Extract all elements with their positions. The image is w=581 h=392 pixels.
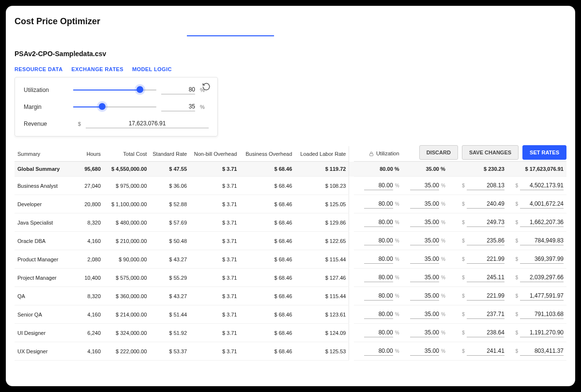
billing-rate-input[interactable] xyxy=(467,291,505,301)
cell-business-overhead: $ 68.46 xyxy=(240,287,295,305)
cell-hours: 6,240 xyxy=(75,324,104,342)
utilization-input[interactable] xyxy=(364,199,393,209)
revenue-input[interactable] xyxy=(520,347,564,356)
cell-hours: 8,320 xyxy=(75,213,104,232)
margin-row: Margin % xyxy=(24,102,209,111)
utilization-input[interactable] xyxy=(364,328,393,337)
cell-total-cost: $ 480,000.00 xyxy=(104,213,150,232)
billing-rate-input[interactable] xyxy=(467,310,505,319)
utilization-input[interactable] xyxy=(364,218,393,227)
revenue-input[interactable] xyxy=(520,236,564,245)
cell-margin: 35.00 % xyxy=(402,162,448,177)
utilization-input[interactable] xyxy=(364,291,393,301)
margin-input[interactable] xyxy=(410,310,439,319)
utilization-input[interactable] xyxy=(364,255,393,264)
cell-total-cost: $ 90,000.00 xyxy=(104,250,150,269)
billing-rate-input[interactable] xyxy=(467,347,505,356)
cell-total-cost: $ 360,000.00 xyxy=(104,287,150,305)
cell-business-overhead: $ 68.46 xyxy=(240,305,295,324)
revenue-input[interactable] xyxy=(520,328,564,337)
table-row: UI Designer6,240$ 324,000.00$ 51.92$ 3.7… xyxy=(15,324,566,342)
utilization-input[interactable] xyxy=(161,85,195,94)
link-model-logic[interactable]: MODEL LOGIC xyxy=(132,66,172,72)
cell-standard-rate: $ 55.29 xyxy=(150,269,190,287)
th-utilization: Utilization xyxy=(354,146,402,162)
billing-rate-input[interactable] xyxy=(467,236,505,245)
utilization-label: Utilization xyxy=(24,87,68,93)
reset-icon[interactable] xyxy=(202,82,212,92)
margin-input[interactable] xyxy=(410,255,439,264)
utilization-slider[interactable] xyxy=(73,87,156,93)
margin-input[interactable] xyxy=(410,291,439,301)
utilization-input[interactable] xyxy=(364,310,393,319)
cell-loaded-labor-rate: $ 123.61 xyxy=(295,305,349,324)
set-rates-button[interactable]: SET RATES xyxy=(522,145,566,160)
currency-prefix: $ xyxy=(73,121,81,127)
revenue-input[interactable] xyxy=(520,181,564,190)
billing-rate-input[interactable] xyxy=(467,328,505,337)
billing-rate-input[interactable] xyxy=(467,181,505,190)
table-row: Project Manager10,400$ 575,000.00$ 55.29… xyxy=(15,269,566,287)
billing-rate-input[interactable] xyxy=(467,199,505,209)
utilization-input[interactable] xyxy=(364,347,393,356)
cell-non-bill-overhead: $ 3.71 xyxy=(190,287,240,305)
cell-business-overhead: $ 68.46 xyxy=(240,232,295,250)
cell-loaded-labor-rate: $ 127.46 xyxy=(295,269,349,287)
cell-standard-rate: $ 57.69 xyxy=(150,213,190,232)
margin-input[interactable] xyxy=(410,199,439,209)
cell-standard-rate: $ 36.06 xyxy=(150,177,190,195)
margin-input[interactable] xyxy=(410,273,439,282)
col-separator xyxy=(349,146,354,162)
utilization-input[interactable] xyxy=(364,236,393,245)
cell-loaded-labor-rate: $ 122.65 xyxy=(295,232,349,250)
cell-standard-rate: $ 51.92 xyxy=(150,324,190,342)
revenue-input[interactable] xyxy=(520,291,564,301)
revenue-input[interactable] xyxy=(520,218,564,227)
tab-indicator xyxy=(15,35,566,44)
th-non-bill-overhead: Non-bill Overhead xyxy=(190,146,240,162)
billing-rate-input[interactable] xyxy=(467,273,505,282)
discard-button[interactable]: DISCARD xyxy=(419,145,458,160)
utilization-input[interactable] xyxy=(364,273,393,282)
margin-input[interactable] xyxy=(410,347,439,356)
revenue-input[interactable] xyxy=(520,199,564,209)
link-exchange-rates[interactable]: EXCHANGE RATES xyxy=(72,66,123,72)
margin-input[interactable] xyxy=(410,328,439,337)
utilization-input[interactable] xyxy=(364,181,393,190)
cell-loaded-labor-rate: $ 129.86 xyxy=(295,213,349,232)
cell-business-overhead: $ 68.46 xyxy=(240,213,295,232)
summary-table: Summary Hours Total Cost Standard Rate N… xyxy=(15,146,566,361)
margin-input[interactable] xyxy=(161,102,195,111)
link-resource-data[interactable]: RESOURCE DATA xyxy=(15,66,63,72)
billing-rate-input[interactable] xyxy=(467,255,505,264)
revenue-input[interactable] xyxy=(86,119,209,128)
cell-total-cost: $ 210,000.00 xyxy=(104,232,150,250)
revenue-input[interactable] xyxy=(520,255,564,264)
lock-icon[interactable] xyxy=(368,151,374,157)
cell-total-cost: $ 1,100,000.00 xyxy=(104,195,150,213)
cell-utilization: 80.00 % xyxy=(354,162,402,177)
cell-standard-rate: $ 52.88 xyxy=(150,195,190,213)
cell-label: Java Specialist xyxy=(15,213,75,232)
revenue-input[interactable] xyxy=(520,310,564,319)
cell-label: UI Designer xyxy=(15,324,75,342)
cell-total-cost: $ 975,000.00 xyxy=(104,177,150,195)
cell-hours: 20,800 xyxy=(75,195,104,213)
cell-hours: 10,400 xyxy=(75,269,104,287)
cell-standard-rate: $ 53.37 xyxy=(150,342,190,361)
margin-input[interactable] xyxy=(410,236,439,245)
button-row: DISCARD SAVE CHANGES SET RATES xyxy=(419,145,566,160)
cell-standard-rate: $ 43.27 xyxy=(150,250,190,269)
revenue-label: Revenue xyxy=(24,121,68,127)
margin-input[interactable] xyxy=(410,181,439,190)
cell-non-bill-overhead: $ 3.71 xyxy=(190,342,240,361)
th-standard-rate: Standard Rate xyxy=(150,146,190,162)
revenue-input[interactable] xyxy=(520,273,564,282)
save-changes-button[interactable]: SAVE CHANGES xyxy=(462,145,519,160)
billing-rate-input[interactable] xyxy=(467,218,505,227)
margin-slider[interactable] xyxy=(73,104,156,110)
margin-input[interactable] xyxy=(410,218,439,227)
cell-hours: 27,040 xyxy=(75,177,104,195)
cell-label: Senior QA xyxy=(15,305,75,324)
percent-suffix: % xyxy=(200,104,209,110)
